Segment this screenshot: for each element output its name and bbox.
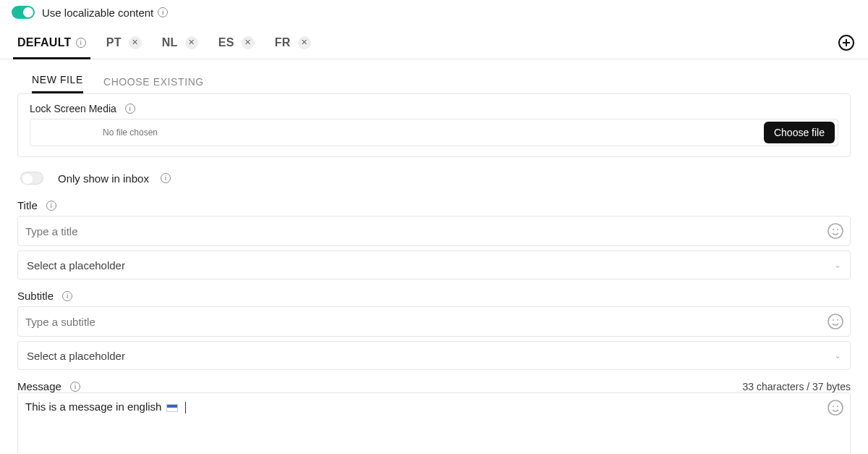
us-flag-icon xyxy=(166,404,178,412)
lock-screen-media-card: Lock Screen Media i No file chosen Choos… xyxy=(17,93,851,157)
tab-label: FR xyxy=(275,36,291,49)
select-label: Select a placeholder xyxy=(27,259,125,272)
close-icon[interactable]: ✕ xyxy=(185,36,198,49)
subtitle-label: Subtitle xyxy=(17,290,54,302)
subtab-new-file[interactable]: NEW FILE xyxy=(32,74,83,93)
tab-default[interactable]: DEFAULT i xyxy=(7,26,96,59)
title-input-wrap xyxy=(17,216,851,246)
info-icon[interactable]: i xyxy=(70,382,80,392)
add-language-button[interactable] xyxy=(838,34,855,51)
close-icon[interactable]: ✕ xyxy=(129,36,142,49)
info-icon[interactable]: i xyxy=(76,38,86,48)
info-icon[interactable]: i xyxy=(125,104,135,114)
emoji-icon[interactable] xyxy=(827,222,844,240)
svg-point-6 xyxy=(828,314,843,329)
tab-nl[interactable]: NL ✕ xyxy=(152,26,208,59)
title-label: Title xyxy=(17,199,38,211)
tab-label: NL xyxy=(162,36,178,49)
no-file-label: No file chosen xyxy=(103,127,158,138)
close-icon[interactable]: ✕ xyxy=(242,36,255,49)
use-localizable-toggle[interactable] xyxy=(12,6,35,19)
message-text: This is a message in english xyxy=(25,400,161,413)
message-input-wrap: This is a message in english xyxy=(17,392,851,454)
only-show-inbox-toggle[interactable] xyxy=(20,172,43,185)
language-tabs: DEFAULT i PT ✕ NL ✕ ES ✕ FR ✕ xyxy=(0,26,868,59)
file-subtabs: NEW FILE CHOOSE EXISTING xyxy=(17,59,851,93)
title-placeholder-select[interactable]: Select a placeholder ⌄ xyxy=(17,251,851,279)
lock-screen-media-label: Lock Screen Media xyxy=(30,103,116,114)
message-label: Message xyxy=(17,380,61,392)
subtitle-placeholder-select[interactable]: Select a placeholder ⌄ xyxy=(17,341,851,370)
chevron-down-icon: ⌄ xyxy=(834,350,841,361)
close-icon[interactable]: ✕ xyxy=(298,36,311,49)
tab-fr[interactable]: FR ✕ xyxy=(265,26,321,59)
message-count: 33 characters / 37 bytes xyxy=(743,381,851,392)
tab-label: PT xyxy=(106,36,122,49)
text-cursor xyxy=(185,402,186,413)
use-localizable-label: Use localizable content xyxy=(42,7,153,19)
svg-point-7 xyxy=(833,319,834,321)
info-icon[interactable]: i xyxy=(161,173,171,183)
subtitle-input[interactable] xyxy=(18,307,827,336)
only-show-inbox-label: Only show in inbox xyxy=(58,172,149,185)
svg-point-9 xyxy=(828,400,843,415)
svg-point-10 xyxy=(833,405,834,407)
file-input[interactable]: No file chosen Choose file xyxy=(30,119,838,146)
info-icon[interactable]: i xyxy=(158,7,168,17)
tab-pt[interactable]: PT ✕ xyxy=(96,26,152,59)
title-input[interactable] xyxy=(18,217,827,245)
emoji-icon[interactable] xyxy=(827,313,844,330)
select-label: Select a placeholder xyxy=(27,350,125,362)
emoji-icon[interactable] xyxy=(827,399,844,416)
tab-es[interactable]: ES ✕ xyxy=(208,26,265,59)
subtitle-input-wrap xyxy=(17,306,851,337)
choose-file-button[interactable]: Choose file xyxy=(764,122,835,143)
tab-label: ES xyxy=(218,36,234,49)
subtab-choose-existing[interactable]: CHOOSE EXISTING xyxy=(103,76,204,93)
svg-point-5 xyxy=(837,229,838,230)
svg-point-11 xyxy=(837,405,838,407)
chevron-down-icon: ⌄ xyxy=(834,260,841,270)
message-textarea[interactable]: This is a message in english xyxy=(18,393,827,421)
svg-point-8 xyxy=(837,319,838,321)
info-icon[interactable]: i xyxy=(46,201,56,211)
svg-point-4 xyxy=(833,229,834,230)
svg-point-3 xyxy=(828,224,843,238)
tab-default-label: DEFAULT xyxy=(17,36,72,49)
info-icon[interactable]: i xyxy=(62,291,72,301)
